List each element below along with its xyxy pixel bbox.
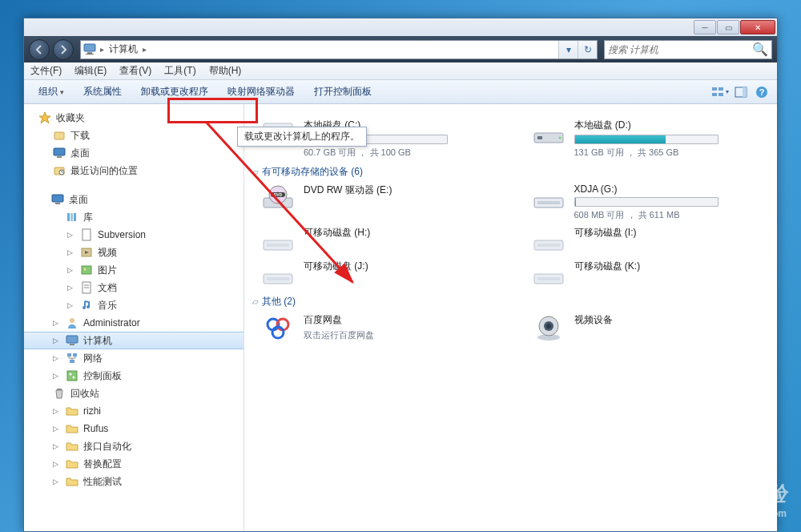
expand-icon[interactable]: ▷ <box>53 460 61 468</box>
svg-point-37 <box>70 373 72 376</box>
search-bar[interactable]: 🔍 <box>604 40 772 59</box>
menu-tools[interactable]: 工具(T) <box>158 64 202 78</box>
svg-rect-13 <box>57 156 62 158</box>
sidebar-documents[interactable]: ▷ 文档 <box>24 279 244 296</box>
sidebar-folder-api[interactable]: ▷ 接口自动化 <box>24 437 244 455</box>
sidebar-music[interactable]: ▷ 音乐 <box>24 296 244 314</box>
sidebar-recent[interactable]: 最近访问的位置 <box>24 162 244 179</box>
breadcrumb-root[interactable]: 计算机 <box>106 42 141 56</box>
menu-view[interactable]: 查看(V) <box>113 64 158 78</box>
address-bar[interactable]: ▸ 计算机 ▸ ▾ ↻ <box>80 40 598 59</box>
minimize-button[interactable]: ─ <box>694 20 716 34</box>
sidebar-folder-rizhi[interactable]: ▷ rizhi <box>24 402 244 420</box>
expand-icon[interactable]: ▷ <box>67 231 75 239</box>
other-header[interactable]: 其他 (2) <box>252 295 769 308</box>
sidebar-computer[interactable]: ▷ 计算机 <box>24 332 244 349</box>
help-button[interactable]: ? <box>753 83 771 101</box>
removable-icon <box>260 226 296 255</box>
drive-h[interactable]: 可移动磁盘 (H:) <box>260 226 499 255</box>
expand-icon[interactable]: ▷ <box>67 284 75 292</box>
sidebar-desktop-fav[interactable]: 桌面 <box>24 144 244 162</box>
organize-button[interactable]: 组织 <box>30 82 72 102</box>
sidebar-downloads[interactable]: 下载 <box>24 127 244 144</box>
map-network-drive-button[interactable]: 映射网络驱动器 <box>219 82 303 102</box>
favorites-header[interactable]: 收藏夹 <box>24 109 244 127</box>
system-properties-button[interactable]: 系统属性 <box>75 82 130 102</box>
desktop-icon <box>51 193 64 206</box>
removable-icon <box>260 260 296 288</box>
sidebar-videos[interactable]: ▷ 视频 <box>24 244 244 261</box>
forward-button[interactable] <box>53 39 74 60</box>
network-icon <box>66 352 78 365</box>
search-input[interactable] <box>608 44 752 55</box>
back-button[interactable] <box>29 39 50 60</box>
drive-i[interactable]: 可移动磁盘 (I:) <box>531 226 770 255</box>
expand-icon[interactable]: ▷ <box>67 301 75 309</box>
sidebar-controlpanel[interactable]: ▷ 控制面板 <box>24 367 244 385</box>
removable-drives: DVD DVD RW 驱动器 (E:) XDJA (G:) 608 MB 可用 … <box>260 183 769 288</box>
folder-icon <box>66 405 78 417</box>
removable-header[interactable]: 有可移动存储的设备 (6) <box>252 165 769 179</box>
svg-rect-6 <box>718 93 723 96</box>
open-control-panel-button[interactable]: 打开控制面板 <box>306 82 380 102</box>
sidebar-folder-replace[interactable]: ▷ 替换配置 <box>24 455 244 473</box>
svg-rect-18 <box>67 213 70 221</box>
video-icon <box>80 246 93 259</box>
dropdown-button[interactable]: ▾ <box>558 41 578 58</box>
expand-icon[interactable]: ▷ <box>53 407 61 415</box>
removable-icon <box>531 226 566 255</box>
expand-icon[interactable]: ▷ <box>53 337 61 345</box>
baidu-netdisk[interactable]: 百度网盘 双击运行百度网盘 <box>260 313 499 342</box>
expand-icon[interactable]: ▷ <box>67 266 75 274</box>
sidebar-user[interactable]: ▷ Administrator <box>24 314 244 332</box>
help-icon: ? <box>755 86 768 99</box>
sidebar-libraries[interactable]: 库 <box>24 208 244 226</box>
preview-pane-button[interactable] <box>732 83 750 101</box>
maximize-button[interactable]: ▭ <box>717 20 739 34</box>
svg-rect-33 <box>67 353 71 357</box>
sidebar-folder-perf[interactable]: ▷ 性能测试 <box>24 473 244 490</box>
drive-k[interactable]: 可移动磁盘 (K:) <box>531 260 770 288</box>
expand-icon[interactable]: ▷ <box>53 319 61 327</box>
svg-rect-35 <box>70 360 74 363</box>
menu-help[interactable]: 帮助(H) <box>203 64 248 78</box>
drive-e[interactable]: DVD DVD RW 驱动器 (E:) <box>260 183 499 221</box>
view-options-button[interactable]: ▾ <box>711 83 729 101</box>
svg-rect-1 <box>87 52 92 54</box>
folder-icon <box>66 422 78 435</box>
expand-icon[interactable]: ▷ <box>53 372 61 380</box>
folder-icon <box>66 475 78 488</box>
expand-icon[interactable]: ▷ <box>53 354 61 362</box>
toolbar: 组织 系统属性 卸载或更改程序 映射网络驱动器 打开控制面板 ▾ ? <box>24 80 777 104</box>
drive-d[interactable]: 本地磁盘 (D:) 131 GB 可用 ， 共 365 GB <box>531 119 770 159</box>
svg-rect-21 <box>83 229 91 240</box>
sidebar-desktop[interactable]: 桌面 <box>24 191 244 208</box>
search-icon: 🔍 <box>752 42 768 57</box>
sidebar-network[interactable]: ▷ 网络 <box>24 349 244 367</box>
video-device[interactable]: 视频设备 <box>531 313 770 342</box>
sidebar-subversion[interactable]: ▷ Subversion <box>24 226 244 244</box>
expand-icon[interactable]: ▷ <box>53 425 61 433</box>
drive-g[interactable]: XDJA (G:) 608 MB 可用 ， 共 611 MB <box>531 183 770 221</box>
menu-edit[interactable]: 编辑(E) <box>68 64 113 78</box>
svg-rect-20 <box>74 213 76 221</box>
svg-rect-46 <box>537 136 542 139</box>
expand-icon[interactable]: ▷ <box>67 248 75 256</box>
drive-j[interactable]: 可移动磁盘 (J:) <box>260 260 499 288</box>
folder-icon <box>66 440 78 453</box>
close-button[interactable]: ✕ <box>740 20 775 34</box>
svg-rect-62 <box>537 277 560 280</box>
menu-file[interactable]: 文件(F) <box>24 64 68 78</box>
expand-icon[interactable]: ▷ <box>53 478 61 486</box>
sidebar-pictures[interactable]: ▷ 图片 <box>24 261 244 279</box>
sidebar-folder-rufus[interactable]: ▷ Rufus <box>24 420 244 437</box>
sidebar-recyclebin[interactable]: 回收站 <box>24 385 244 402</box>
svg-rect-12 <box>54 148 65 155</box>
usage-bar <box>574 197 718 207</box>
refresh-button[interactable]: ↻ <box>578 41 597 58</box>
uninstall-change-programs-button[interactable]: 卸载或更改程序 <box>133 82 216 102</box>
picture-icon <box>80 264 93 276</box>
pane-icon <box>735 86 747 99</box>
expand-icon[interactable]: ▷ <box>53 442 61 450</box>
folder-icon <box>66 457 78 470</box>
